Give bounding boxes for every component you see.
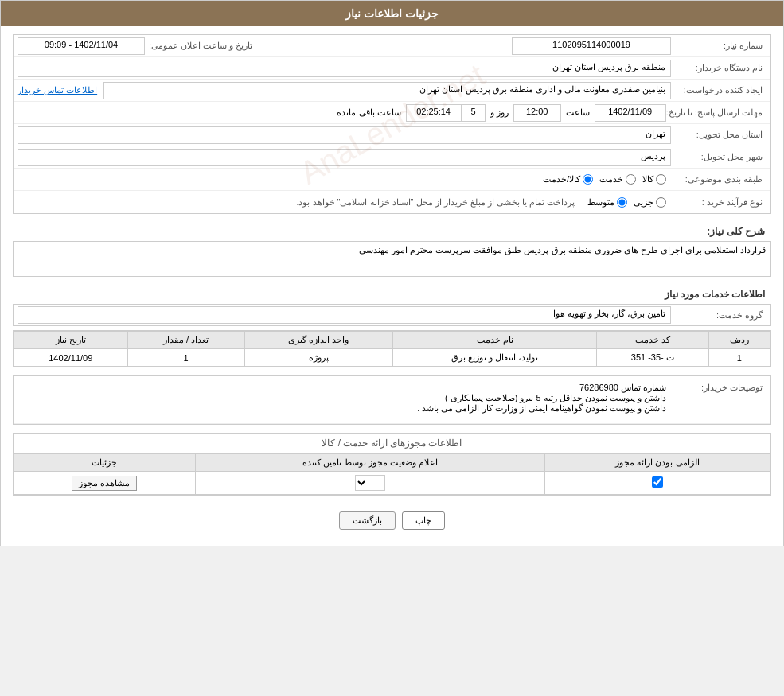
cell-code: ت -35- 351 xyxy=(597,349,708,367)
overall-desc-value: قرارداد استعلامی برای اجرای طرح های ضرور… xyxy=(13,241,771,277)
permit-required-checkbox[interactable] xyxy=(652,476,663,488)
permit-row: -- مشاهده مجوز xyxy=(14,472,770,495)
permits-title: اطلاعات مجوزهای ارائه خدمت / کالا xyxy=(14,434,770,453)
purchase-type-radio-group: جزیی متوسط xyxy=(583,196,671,209)
permits-col-required: الزامی بودن ارائه مجوز xyxy=(544,454,770,472)
content-area: AnaLender.net شماره نیاز: 11020951140000… xyxy=(1,26,783,546)
deadline-days: 5 xyxy=(462,104,486,122)
view-permit-button[interactable]: مشاهده مجوز xyxy=(72,476,137,491)
category-both-radio[interactable] xyxy=(583,174,593,185)
permits-col-details: جزئیات xyxy=(14,454,196,472)
cell-date: 1402/11/09 xyxy=(14,349,128,367)
announcement-date-value: 1402/11/04 - 09:09 xyxy=(18,37,145,55)
col-unit: واحد اندازه گیری xyxy=(244,332,393,349)
province-value: تهران xyxy=(18,126,671,144)
purchase-medium-radio[interactable] xyxy=(617,197,627,208)
cell-qty: 1 xyxy=(127,349,244,367)
buyer-org-value: منطقه برق پردیس استان تهران xyxy=(18,60,671,77)
creator-row: ایجاد کننده درخواست: بنیامین صفدری معاون… xyxy=(14,80,770,102)
creator-value: بنیامین صفدری معاونت مالی و اداری منطقه … xyxy=(103,82,671,99)
deadline-row: مهلت ارسال پاسخ: تا تاریخ: 1402/11/09 سا… xyxy=(14,102,770,124)
deadline-time: 12:00 xyxy=(513,104,561,122)
time-label: ساعت xyxy=(561,106,595,119)
col-qty: تعداد / مقدار xyxy=(127,332,244,349)
service-info-title: اطلاعات خدمات مورد نیاز xyxy=(13,285,771,304)
cell-row: 1 xyxy=(708,349,770,367)
table-row: 1 ت -35- 351 تولید، انتقال و توزیع برق پ… xyxy=(14,349,770,367)
permits-col-status: اعلام وضعیت مجوز توسط نامین کننده xyxy=(195,454,544,472)
category-label: طبقه بندی موضوعی: xyxy=(671,174,766,185)
purchase-partial: جزیی xyxy=(634,197,666,208)
page-header: جزئیات اطلاعات نیاز xyxy=(1,1,783,26)
days-label: روز و xyxy=(486,106,513,119)
services-table: ردیف کد خدمت نام خدمت واحد اندازه گیری ت… xyxy=(14,331,770,367)
request-number-value: 1102095114000019 xyxy=(512,37,671,55)
services-table-section: ردیف کد خدمت نام خدمت واحد اندازه گیری ت… xyxy=(13,330,771,367)
purchase-partial-radio[interactable] xyxy=(656,197,666,208)
col-row: ردیف xyxy=(708,332,770,349)
city-label: شهر محل تحویل: xyxy=(671,152,766,162)
deadline-label: مهلت ارسال پاسخ: تا تاریخ: xyxy=(666,107,766,118)
permit-required-cell xyxy=(544,472,770,495)
service-group-value: تامین برق، گاز، بخار و تهویه هوا xyxy=(18,306,671,324)
request-number-row: شماره نیاز: 1102095114000019 تاریخ و ساع… xyxy=(14,35,770,57)
permit-details-cell: مشاهده مجوز xyxy=(14,472,196,495)
category-service: خدمت xyxy=(599,174,636,185)
purchase-medium: متوسط xyxy=(587,197,627,208)
city-row: شهر محل تحویل: پردیس xyxy=(14,146,770,169)
category-service-radio[interactable] xyxy=(626,174,636,185)
buyer-notes-row: توضیحات خریدار: شماره تماس 76286980 داشت… xyxy=(14,376,770,424)
deadline-hours: 02:25:14 xyxy=(406,104,462,122)
main-info-section: AnaLender.net شماره نیاز: 11020951140000… xyxy=(13,34,771,214)
permit-status-select[interactable]: -- xyxy=(355,475,385,491)
remaining-label: ساعت باقی مانده xyxy=(332,106,405,119)
permit-status-cell: -- xyxy=(195,472,544,495)
category-both: کالا/خدمت xyxy=(543,174,593,185)
col-name: نام خدمت xyxy=(393,332,597,349)
category-goods-radio[interactable] xyxy=(656,174,666,185)
purchase-type-row: نوع فرآیند خرید : جزیی متوسط پرداخت تمام… xyxy=(14,191,770,213)
permits-table: الزامی بودن ارائه مجوز اعلام وضعیت مجوز … xyxy=(14,453,770,495)
buyer-org-label: نام دستگاه خریدار: xyxy=(671,63,766,73)
overall-desc-title: شرح کلی نیاز: xyxy=(13,222,771,241)
service-group-label: گروه خدمت: xyxy=(671,310,766,321)
footer-buttons: چاپ بازگشت xyxy=(13,504,771,538)
deadline-date: 1402/11/09 xyxy=(595,104,666,122)
buyer-notes-label: توضیحات خریدار: xyxy=(671,379,766,393)
col-date: تاریخ نیاز xyxy=(14,332,128,349)
purchase-type-label: نوع فرآیند خرید : xyxy=(671,197,766,208)
col-code: کد خدمت xyxy=(597,332,708,349)
buyer-notes-section: توضیحات خریدار: شماره تماس 76286980 داشت… xyxy=(13,375,771,425)
purchase-note: پرداخت تمام یا بخشی از مبلغ خریدار از مح… xyxy=(296,197,575,208)
back-button[interactable]: بازگشت xyxy=(339,511,396,530)
announcement-label: تاریخ و ساعت اعلان عمومی: xyxy=(149,41,256,51)
cell-name: تولید، انتقال و توزیع برق xyxy=(393,349,597,367)
print-button[interactable]: چاپ xyxy=(402,511,445,530)
creator-label: ایجاد کننده درخواست: xyxy=(671,85,766,95)
overall-desc-section: شرح کلی نیاز: قرارداد استعلامی برای اجرا… xyxy=(13,222,771,277)
province-label: استان محل تحویل: xyxy=(671,130,766,140)
page-wrapper: جزئیات اطلاعات نیاز AnaLender.net شماره … xyxy=(0,0,784,546)
service-group-row: گروه خدمت: تامین برق، گاز، بخار و تهویه … xyxy=(13,304,771,326)
category-goods: کالا xyxy=(642,174,666,185)
category-radio-group: کالا خدمت کالا/خدمت xyxy=(538,173,671,186)
province-row: استان محل تحویل: تهران xyxy=(14,124,770,146)
contact-link[interactable]: اطلاعات تماس خریدار xyxy=(18,85,97,95)
cell-unit: پروژه xyxy=(244,349,393,367)
permits-section: اطلاعات مجوزهای ارائه خدمت / کالا الزامی… xyxy=(13,433,771,496)
page-title: جزئیات اطلاعات نیاز xyxy=(345,7,439,20)
buyer-notes-value: شماره تماس 76286980 داشتن و پیوست نمودن … xyxy=(18,379,671,417)
request-number-label: شماره نیاز: xyxy=(671,41,766,51)
service-info-section: اطلاعات خدمات مورد نیاز گروه خدمت: تامین… xyxy=(13,285,771,367)
buyer-org-row: نام دستگاه خریدار: منطقه برق پردیس استان… xyxy=(14,57,770,80)
city-value: پردیس xyxy=(18,149,671,166)
category-row: طبقه بندی موضوعی: کالا خدمت کالا/خدمت xyxy=(14,169,770,191)
